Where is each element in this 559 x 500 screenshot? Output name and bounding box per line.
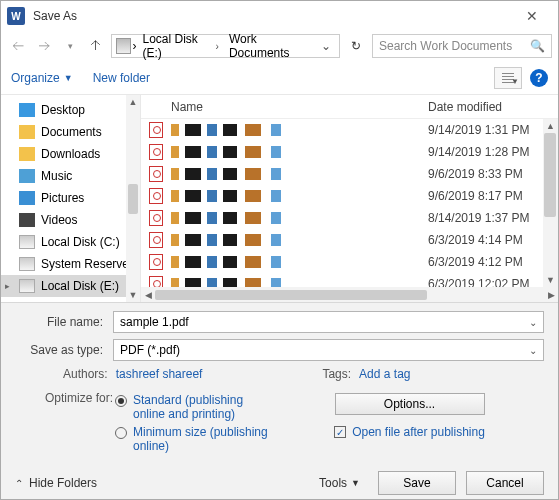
drive-icon: [116, 38, 131, 54]
path-seg-drive[interactable]: Local Disk (E:)›: [139, 32, 223, 60]
hscroll-left-icon[interactable]: ◀: [141, 290, 155, 300]
nav-tree: DesktopDocumentsDownloadsMusicPicturesVi…: [1, 95, 141, 302]
hide-folders-button[interactable]: ⌃ Hide Folders: [15, 476, 97, 490]
new-folder-button[interactable]: New folder: [93, 71, 150, 85]
tags-value[interactable]: Add a tag: [359, 367, 410, 381]
file-row[interactable]: 9/6/2019 8:33 PM: [141, 163, 558, 185]
view-button[interactable]: ▼: [494, 67, 522, 89]
tree-item-downloads[interactable]: Downloads: [1, 143, 140, 165]
scroll-thumb[interactable]: [544, 133, 556, 217]
scroll-down-icon[interactable]: ▼: [546, 273, 555, 287]
drive-icon: [19, 279, 35, 293]
chevron-up-icon: ⌃: [15, 478, 23, 489]
vertical-scrollbar[interactable]: ▲ ▼: [543, 119, 558, 287]
pdf-icon: [149, 122, 163, 138]
tree-item-videos[interactable]: Videos: [1, 209, 140, 231]
file-row[interactable]: 6/3/2019 12:02 PM: [141, 273, 558, 287]
file-date: 9/6/2019 8:33 PM: [428, 167, 558, 181]
help-icon[interactable]: ?: [530, 69, 548, 87]
tree-item-local-disk-c-[interactable]: Local Disk (C:): [1, 231, 140, 253]
up-button[interactable]: 🡡: [85, 35, 107, 57]
col-name[interactable]: Name: [171, 100, 428, 114]
scroll-up-icon[interactable]: ▲: [546, 119, 555, 133]
title-bar: W Save As ✕: [1, 1, 558, 31]
search-icon: 🔍: [530, 39, 545, 53]
pdf-icon: [149, 166, 163, 182]
file-row[interactable]: 6/3/2019 4:12 PM: [141, 251, 558, 273]
tree-item-desktop[interactable]: Desktop: [1, 99, 140, 121]
file-row[interactable]: 9/14/2019 1:28 PM: [141, 141, 558, 163]
file-date: 8/14/2019 1:37 PM: [428, 211, 558, 225]
file-name-redacted: [171, 256, 418, 268]
tree-item-system-reserved[interactable]: System Reserved: [1, 253, 140, 275]
tree-item-local-disk-e-[interactable]: ▸Local Disk (E:): [1, 275, 140, 297]
file-name-label: File name:: [15, 315, 113, 329]
authors-label: Authors:: [63, 367, 108, 381]
hscroll-right-icon[interactable]: ▶: [544, 290, 558, 300]
pdf-icon: [149, 276, 163, 287]
file-date: 9/14/2019 1:28 PM: [428, 145, 558, 159]
file-name-redacted: [171, 190, 418, 202]
back-button[interactable]: 🡠: [7, 35, 29, 57]
nav-row: 🡠 🡢 ▾ 🡡 › Local Disk (E:)› Work Document…: [1, 31, 558, 61]
file-row[interactable]: 9/6/2019 8:17 PM: [141, 185, 558, 207]
drive-icon: [19, 257, 35, 271]
organize-button[interactable]: Organize▼: [11, 71, 73, 85]
path-seg-folder[interactable]: Work Documents: [225, 32, 315, 60]
music-icon: [19, 169, 35, 183]
pdf-icon: [149, 232, 163, 248]
cancel-button[interactable]: Cancel: [466, 471, 544, 495]
file-name-redacted: [171, 124, 418, 136]
file-name-redacted: [171, 212, 418, 224]
file-date: 6/3/2019 12:02 PM: [428, 277, 558, 287]
col-date[interactable]: Date modified: [428, 100, 558, 114]
save-button[interactable]: Save: [378, 471, 456, 495]
pdf-icon: [149, 144, 163, 160]
radio-selected-icon: [115, 395, 127, 407]
word-icon: W: [7, 7, 25, 25]
file-name-redacted: [171, 146, 418, 158]
file-row[interactable]: 8/14/2019 1:37 PM: [141, 207, 558, 229]
file-name-input[interactable]: sample 1.pdf⌄: [113, 311, 544, 333]
forward-button: 🡢: [33, 35, 55, 57]
tree-item-music[interactable]: Music: [1, 165, 140, 187]
optimize-standard[interactable]: Standard (publishing online and printing…: [115, 393, 275, 421]
main-area: DesktopDocumentsDownloadsMusicPicturesVi…: [1, 95, 558, 302]
tags-label: Tags:: [322, 367, 351, 381]
chevron-icon[interactable]: ›: [133, 39, 137, 53]
tree-item-documents[interactable]: Documents: [1, 121, 140, 143]
file-list[interactable]: 9/14/2019 1:31 PM9/14/2019 1:28 PM9/6/20…: [141, 119, 558, 287]
file-row[interactable]: 9/14/2019 1:31 PM: [141, 119, 558, 141]
horizontal-scrollbar[interactable]: ◀ ▶: [141, 287, 558, 302]
folder-icon: [19, 125, 35, 139]
file-date: 9/6/2019 8:17 PM: [428, 189, 558, 203]
authors-value[interactable]: tashreef shareef: [116, 367, 203, 381]
path-dropdown[interactable]: ⌄: [317, 39, 335, 53]
radio-icon: [115, 427, 127, 439]
video-icon: [19, 213, 35, 227]
options-button[interactable]: Options...: [335, 393, 485, 415]
optimize-minimum[interactable]: Minimum size (publishing online): [115, 425, 275, 453]
save-type-select[interactable]: PDF (*.pdf)⌄: [113, 339, 544, 361]
search-input[interactable]: Search Work Documents 🔍: [372, 34, 552, 58]
file-list-area: Name Date modified 9/14/2019 1:31 PM9/14…: [141, 95, 558, 302]
file-name-redacted: [171, 168, 418, 180]
save-panel: File name: sample 1.pdf⌄ Save as type: P…: [1, 302, 558, 499]
pic-icon: [19, 191, 35, 205]
refresh-button[interactable]: ↻: [344, 34, 368, 58]
window-title: Save As: [33, 9, 512, 23]
pdf-icon: [149, 210, 163, 226]
close-button[interactable]: ✕: [512, 8, 552, 24]
tools-button[interactable]: Tools▼: [319, 476, 360, 490]
file-row[interactable]: 6/3/2019 4:14 PM: [141, 229, 558, 251]
file-date: 6/3/2019 4:12 PM: [428, 255, 558, 269]
file-name-redacted: [171, 278, 418, 287]
hscroll-thumb[interactable]: [155, 290, 427, 300]
recent-dd[interactable]: ▾: [59, 35, 81, 57]
toolbar: Organize▼ New folder ▼ ?: [1, 61, 558, 95]
tree-item-pictures[interactable]: Pictures: [1, 187, 140, 209]
file-name-redacted: [171, 234, 418, 246]
address-bar[interactable]: › Local Disk (E:)› Work Documents ⌄: [111, 34, 340, 58]
open-after-checkbox[interactable]: ✓ Open file after publishing: [334, 425, 485, 439]
tree-scrollbar[interactable]: ▲▼: [126, 95, 140, 302]
